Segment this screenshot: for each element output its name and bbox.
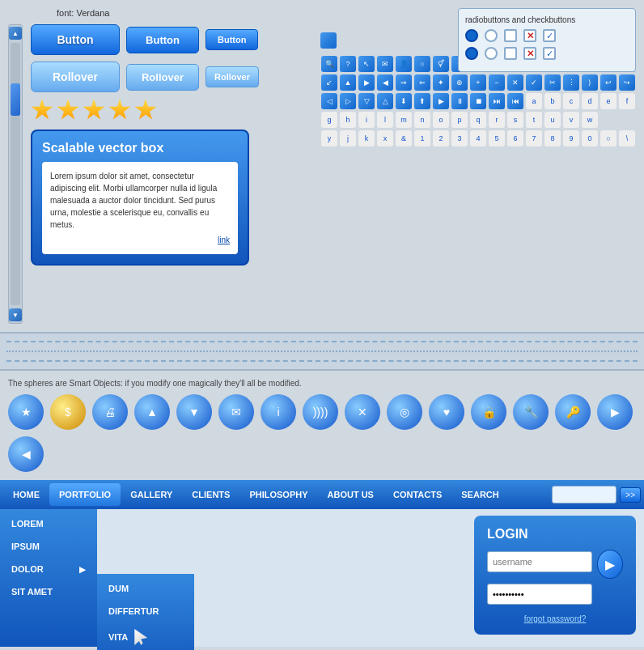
icon-backslash[interactable]: \ (619, 130, 635, 147)
sphere-padlock[interactable]: 🔑 (555, 394, 591, 430)
icon-r3-2[interactable]: ▷ (340, 93, 356, 109)
submenu-dum[interactable]: DUM (97, 577, 194, 600)
sphere-lock[interactable]: 🔒 (471, 394, 506, 430)
nav-portfolio[interactable]: PORTFOLIO (49, 483, 121, 506)
radio-empty-1[interactable] (485, 29, 498, 42)
dropdown-lorem[interactable]: LOREM (0, 512, 97, 535)
star-4[interactable] (108, 99, 131, 121)
icon-r3-17[interactable]: f (619, 93, 635, 109)
nav-philosophy[interactable]: PHILOSOPHY (239, 483, 317, 506)
radio-filled-1[interactable] (465, 29, 478, 42)
submenu-differtur[interactable]: DIFFERTUR (97, 600, 194, 622)
sphere-upload[interactable]: ▲ (134, 394, 170, 430)
icon-r3-3[interactable]: ▽ (358, 93, 375, 109)
icon-x[interactable]: x (377, 130, 393, 147)
icon-person[interactable]: 👤 (396, 56, 412, 72)
icon-r3-9[interactable]: ⏹ (470, 93, 486, 109)
icon-r2-11[interactable]: ✕ (507, 74, 523, 91)
icon-3[interactable]: 3 (451, 130, 468, 147)
icon-h[interactable]: h (340, 112, 356, 128)
dropdown-sit-amet[interactable]: SIT AMET (0, 580, 97, 603)
star-1[interactable] (31, 99, 53, 121)
icon-7[interactable]: 7 (526, 130, 542, 147)
icon-r3-16[interactable]: e (600, 93, 616, 109)
forgot-password-link[interactable]: forgot password? (487, 614, 623, 623)
scrollbar-vertical[interactable]: ▲ ▼ (8, 24, 23, 324)
scroll-up-arrow[interactable]: ▲ (9, 27, 22, 40)
icon-r2-9[interactable]: + (470, 74, 486, 91)
icon-r2-7[interactable]: ✦ (433, 74, 449, 91)
icon-r3-13[interactable]: b (544, 93, 561, 109)
dropdown-dolor[interactable]: DOLOR ▶ (0, 558, 97, 580)
icon-2[interactable]: 2 (433, 130, 449, 147)
icon-r[interactable]: r (489, 112, 505, 128)
icon-r3-5[interactable]: ⬇ (396, 93, 412, 109)
icon-o[interactable]: o (433, 112, 449, 128)
nav-contacts[interactable]: CONTACTS (383, 483, 451, 506)
icon-r2-6[interactable]: ⇐ (414, 74, 430, 91)
icon-gender[interactable]: ⚥ (433, 56, 449, 72)
icon-4[interactable]: 4 (470, 130, 486, 147)
vector-box-link[interactable]: link (50, 234, 230, 246)
scroll-down-arrow[interactable]: ▼ (9, 308, 22, 321)
icon-w[interactable]: w (582, 112, 598, 128)
sphere-star[interactable]: ★ (8, 394, 44, 430)
icon-r3-12[interactable]: a (526, 93, 542, 109)
scroll-track[interactable] (11, 43, 20, 305)
nav-gallery[interactable]: GALLERY (121, 483, 182, 506)
sphere-play[interactable]: ▶ (597, 394, 633, 430)
icon-i[interactable]: i (358, 112, 375, 128)
icon-search[interactable]: 🔍 (321, 56, 337, 72)
icon-r2-4[interactable]: ◀ (377, 74, 393, 91)
sphere-info[interactable]: i (261, 394, 296, 430)
scroll-thumb[interactable] (11, 83, 20, 116)
icon-r3-4[interactable]: △ (377, 93, 393, 109)
icon-question[interactable]: ? (340, 56, 356, 72)
dropdown-ipsum[interactable]: IPSUM (0, 535, 97, 558)
search-go-button[interactable]: >> (620, 487, 641, 503)
button-normal-medium[interactable]: Button (126, 27, 199, 53)
icon-r2-2[interactable]: ▲ (340, 74, 356, 91)
sphere-dollar[interactable]: $ (50, 394, 86, 430)
icon-p[interactable]: p (451, 112, 468, 128)
star-5[interactable] (134, 99, 157, 121)
icon-r2-17[interactable]: ↪ (619, 74, 635, 91)
sphere-down[interactable]: ▼ (176, 394, 212, 430)
button-normal-small[interactable]: Button (205, 29, 258, 50)
icon-r3-14[interactable]: c (563, 93, 579, 109)
icon-email[interactable]: ✉ (377, 56, 393, 72)
sphere-target[interactable]: ◎ (387, 394, 422, 430)
icon-v[interactable]: v (563, 112, 579, 128)
button-rollover-large[interactable]: Rollover (31, 62, 120, 92)
icon-r2-3[interactable]: ▶ (358, 74, 375, 91)
icon-r3-11[interactable]: ⏮ (507, 93, 523, 109)
icon-circle[interactable]: ○ (414, 56, 430, 72)
checkbox-x-1[interactable]: ✕ (523, 29, 536, 42)
username-field[interactable] (487, 551, 592, 572)
nav-home[interactable]: HOME (3, 483, 49, 506)
icon-l[interactable]: l (377, 112, 393, 128)
button-rollover-small[interactable]: Rollover (205, 66, 259, 87)
icon-r2-10[interactable]: − (489, 74, 505, 91)
checkbox-check-1[interactable]: ✓ (543, 29, 556, 42)
icon-r3-8[interactable]: ⏸ (451, 93, 468, 109)
icon-circle2[interactable]: ○ (600, 130, 616, 147)
icon-r3-1[interactable]: ◁ (321, 93, 337, 109)
icon-9[interactable]: 9 (563, 130, 579, 147)
icon-r3-10[interactable]: ⏭ (489, 93, 505, 109)
icon-r2-8[interactable]: ⊕ (451, 74, 468, 91)
icon-u[interactable]: u (544, 112, 561, 128)
icon-6[interactable]: 6 (507, 130, 523, 147)
icon-q[interactable]: q (470, 112, 486, 128)
icon-r2-14[interactable]: ⋮ (563, 74, 579, 91)
icon-t[interactable]: t (526, 112, 542, 128)
login-submit-button[interactable]: ▶ (597, 550, 623, 579)
icon-r2-13[interactable]: ✂ (544, 74, 561, 91)
icon-y[interactable]: y (321, 130, 337, 147)
icon-1[interactable]: 1 (414, 130, 430, 147)
icon-r2-1[interactable]: ↙ (321, 74, 337, 91)
icon-m[interactable]: m (396, 112, 412, 128)
icon-8[interactable]: 8 (544, 130, 561, 147)
checkbox-empty-1[interactable] (504, 29, 517, 42)
sphere-print[interactable]: 🖨 (92, 394, 128, 430)
